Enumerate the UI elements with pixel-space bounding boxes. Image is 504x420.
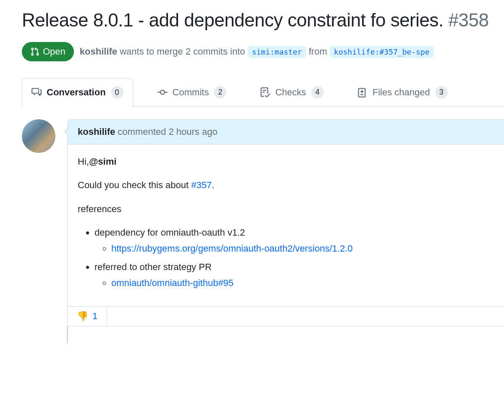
ref-link-omniauth-github[interactable]: omniauth/omniauth-github#95 (111, 278, 234, 288)
tab-commits-count: 2 (214, 86, 226, 99)
pr-number: #358 (448, 10, 488, 30)
tab-checks[interactable]: Checks 4 (251, 78, 333, 106)
issue-link-357[interactable]: #357 (191, 180, 212, 190)
comment-author-link[interactable]: koshilife (78, 126, 115, 137)
head-branch-chip[interactable]: koshilife:#357_be-spe (330, 46, 434, 58)
tab-checks-count: 4 (311, 86, 324, 99)
tab-files-count: 3 (435, 86, 448, 99)
tab-files-changed[interactable]: Files changed 3 (348, 78, 457, 106)
pr-title-text: Release 8.0.1 - add dependency constrain… (22, 10, 444, 30)
checklist-icon (260, 87, 270, 97)
pr-tabs: Conversation 0 Commits 2 Checks 4 Files … (22, 78, 504, 107)
thumbs-down-icon: 👎 (77, 311, 88, 322)
reaction-count: 1 (92, 311, 97, 322)
git-commit-icon (158, 87, 168, 97)
tab-conversation[interactable]: Conversation 0 (22, 78, 133, 107)
tab-files-label: Files changed (373, 87, 430, 98)
base-branch-chip[interactable]: simi:master (248, 46, 306, 58)
ref-link-rubygems[interactable]: https://rubygems.org/gems/omniauth-oauth… (111, 243, 353, 254)
tab-commits[interactable]: Commits 2 (148, 78, 236, 106)
state-label: Open (43, 46, 66, 57)
pr-title: Release 8.0.1 - add dependency constrain… (22, 8, 504, 32)
references-heading: references (78, 202, 494, 216)
comment-body: Hi,@simi Could you check this about #357… (68, 144, 504, 306)
git-pull-request-icon (30, 47, 39, 56)
comment-header: koshilife commented 2 hours ago (68, 120, 504, 144)
tab-commits-label: Commits (173, 87, 209, 98)
comment-timestamp: commented 2 hours ago (115, 126, 217, 137)
comment-box: koshilife commented 2 hours ago Hi,@simi… (67, 119, 504, 326)
mention-simi[interactable]: @simi (89, 156, 116, 167)
references-list: dependency for omniauth-oauth v1.2 https… (78, 226, 494, 290)
avatar[interactable] (22, 119, 55, 153)
tab-conversation-count: 0 (111, 86, 123, 99)
tab-checks-label: Checks (275, 87, 306, 98)
pr-meta: Open koshilife wants to merge 2 commits … (22, 42, 504, 61)
tab-conversation-label: Conversation (47, 87, 106, 98)
reaction-thumbs-down[interactable]: 👎 1 (68, 307, 107, 326)
state-badge-open: Open (22, 42, 74, 61)
pr-author-link[interactable]: koshilife (80, 46, 117, 57)
reactions-bar: 👎 1 (68, 306, 504, 326)
file-diff-icon (357, 87, 368, 97)
comment-discussion-icon (32, 87, 42, 97)
timeline-connector (67, 326, 68, 343)
pr-merge-sentence: koshilife wants to merge 2 commits into … (80, 46, 434, 57)
